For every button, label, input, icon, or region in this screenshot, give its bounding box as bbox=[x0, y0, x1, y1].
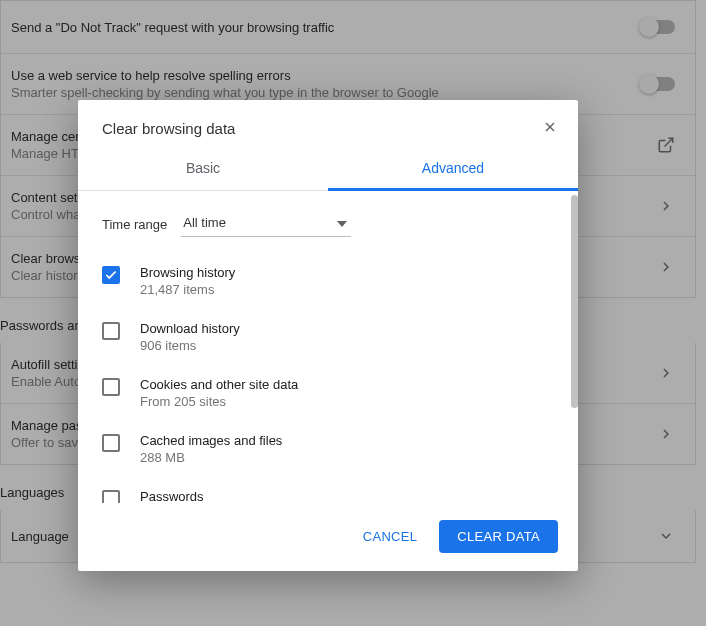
scrollbar[interactable] bbox=[571, 195, 578, 499]
clear-browsing-data-dialog: Clear browsing data Basic Advanced Time … bbox=[78, 100, 578, 571]
dialog-body: Time range All time Browsing history 21,… bbox=[78, 191, 578, 503]
checkbox[interactable] bbox=[102, 378, 120, 396]
dialog-scroll-area: Time range All time Browsing history 21,… bbox=[78, 191, 571, 503]
checkbox[interactable] bbox=[102, 434, 120, 452]
time-range-value: All time bbox=[183, 215, 226, 230]
dialog-title: Clear browsing data bbox=[102, 120, 538, 137]
option-title: Browsing history bbox=[140, 265, 235, 280]
option-subtitle: 288 MB bbox=[140, 450, 282, 465]
option-browsing-history[interactable]: Browsing history 21,487 items bbox=[102, 253, 547, 309]
checkbox[interactable] bbox=[102, 266, 120, 284]
time-range-select[interactable]: All time bbox=[181, 211, 351, 237]
option-subtitle: From 205 sites bbox=[140, 394, 298, 409]
clear-data-button[interactable]: CLEAR DATA bbox=[439, 520, 558, 553]
dialog-header: Clear browsing data bbox=[78, 100, 578, 148]
cancel-button[interactable]: CANCEL bbox=[349, 521, 432, 552]
close-icon bbox=[542, 119, 558, 138]
option-cached-images[interactable]: Cached images and files 288 MB bbox=[102, 421, 547, 477]
dialog-tabs: Basic Advanced bbox=[78, 148, 578, 191]
option-title: Cookies and other site data bbox=[140, 377, 298, 392]
option-cookies[interactable]: Cookies and other site data From 205 sit… bbox=[102, 365, 547, 421]
checkbox[interactable] bbox=[102, 490, 120, 503]
checkbox[interactable] bbox=[102, 322, 120, 340]
clear-options-list: Browsing history 21,487 items Download h… bbox=[78, 253, 571, 503]
time-range-row: Time range All time bbox=[78, 191, 571, 253]
tab-basic[interactable]: Basic bbox=[78, 148, 328, 190]
option-title: Download history bbox=[140, 321, 240, 336]
option-title: Cached images and files bbox=[140, 433, 282, 448]
option-passwords[interactable]: Passwords 138 passwords (synced) bbox=[102, 477, 547, 503]
option-subtitle: 906 items bbox=[140, 338, 240, 353]
tab-advanced[interactable]: Advanced bbox=[328, 148, 578, 190]
option-title: Passwords bbox=[140, 489, 281, 503]
close-button[interactable] bbox=[538, 116, 562, 140]
dropdown-arrow-icon bbox=[337, 215, 347, 230]
time-range-label: Time range bbox=[102, 217, 167, 232]
scrollbar-thumb[interactable] bbox=[571, 195, 578, 408]
dialog-footer: CANCEL CLEAR DATA bbox=[78, 503, 578, 571]
option-subtitle: 21,487 items bbox=[140, 282, 235, 297]
option-download-history[interactable]: Download history 906 items bbox=[102, 309, 547, 365]
